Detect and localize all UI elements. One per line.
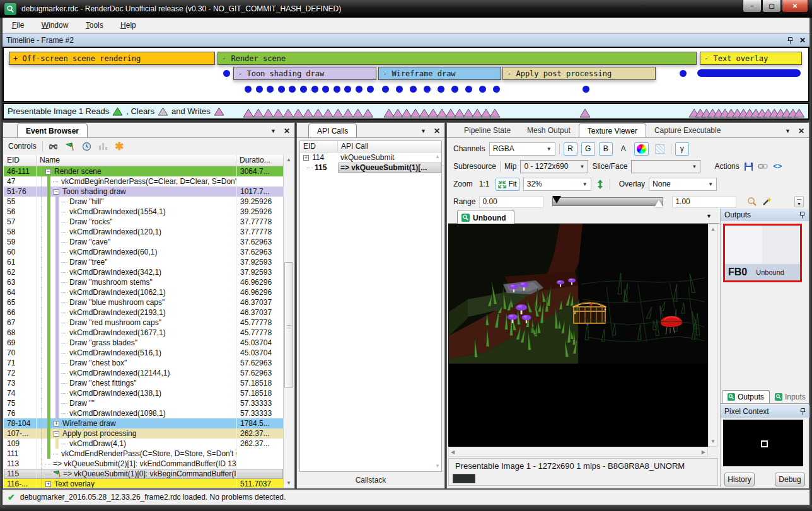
event-dot[interactable] <box>267 86 274 93</box>
tab-mesh-output[interactable]: Mesh Output <box>519 123 579 137</box>
table-row[interactable]: 109vkCmdDraw(4,1)262.37... <box>4 439 283 449</box>
table-row[interactable]: 70vkCmdDrawIndexed(516,1)45.03704 <box>4 348 283 358</box>
zoom-1to1-button[interactable]: 1:1 <box>477 178 492 191</box>
table-row[interactable]: 111vkCmdEndRenderPass(C=Store, D=Store, … <box>4 449 283 459</box>
table-row[interactable]: +114 vkQueueSubmit <box>300 152 441 163</box>
zoom-level-select[interactable]: 32%▼ <box>523 178 591 191</box>
channel-b-toggle[interactable]: B <box>599 142 613 156</box>
scroll-right-icon[interactable]: ▶ <box>702 449 705 455</box>
table-row[interactable]: 75Draw ""57.33333 <box>4 398 283 408</box>
table-row[interactable]: 115=> vkQueueSubmit(1)[0]: vkBeginComman… <box>4 469 283 479</box>
event-dot[interactable] <box>311 86 318 93</box>
timeline-bar-post-processing[interactable]: - Apply post processing <box>502 67 656 80</box>
channel-a-toggle[interactable]: A <box>617 142 630 156</box>
chevron-down-icon[interactable]: ▼ <box>706 213 712 219</box>
pin-icon[interactable] <box>799 212 805 219</box>
tab-event-browser[interactable]: Event Browser <box>17 123 88 137</box>
column-name[interactable]: Name <box>37 155 236 166</box>
pin-icon[interactable] <box>787 37 793 44</box>
event-dot[interactable] <box>245 86 252 93</box>
fb0-thumbnail[interactable]: FB0 Unbound <box>723 224 802 282</box>
table-row[interactable]: 60vkCmdDrawIndexed(60,1)37.62963 <box>4 247 283 257</box>
tab-unbound-texture[interactable]: Unbound <box>457 210 514 224</box>
column-eid[interactable]: EID <box>300 141 338 152</box>
table-row[interactable]: 69Draw "grass blades"45.03704 <box>4 338 283 348</box>
tab-pipeline-state[interactable]: Pipeline State <box>456 123 519 137</box>
table-row[interactable]: 72vkCmdDrawIndexed(12144,1)57.62963 <box>4 368 283 378</box>
overlay-select[interactable]: None▼ <box>649 178 717 191</box>
table-row[interactable]: 57Draw "rocks"37.77778 <box>4 217 283 227</box>
event-dot[interactable] <box>367 86 374 93</box>
mip-select[interactable]: 0 - 1272x690▼ <box>520 160 588 173</box>
range-max-input[interactable]: 1.00 <box>672 196 736 208</box>
minimize-button[interactable]: – <box>743 0 762 13</box>
event-browser-scrollbar[interactable]: ▲ ▼ <box>283 155 294 488</box>
table-row[interactable]: 78-104+Wireframe draw1784.5... <box>4 418 283 428</box>
chevron-down-icon[interactable]: ▼ <box>270 128 276 134</box>
chevron-down-icon[interactable]: ▼ <box>420 128 426 134</box>
stats-icon[interactable] <box>98 141 108 152</box>
tab-inputs[interactable]: Inputs <box>770 390 811 403</box>
pin-icon[interactable] <box>800 408 806 415</box>
channels-select[interactable]: RGBA▼ <box>489 142 555 156</box>
history-button[interactable]: History <box>724 473 755 486</box>
table-row[interactable]: 115 => vkQueueSubmit(1)[... <box>300 163 441 173</box>
menu-tools[interactable]: Tools <box>80 18 109 30</box>
table-row[interactable]: 51-76−Toon shading draw1017.7... <box>4 187 283 197</box>
table-row[interactable]: 64vkCmdDrawIndexed(1062,1)46.96296 <box>4 287 283 297</box>
table-row[interactable]: 74vkCmdDrawIndexed(138,1)57.18518 <box>4 388 283 398</box>
event-dot[interactable] <box>289 86 296 93</box>
menu-file[interactable]: File <box>6 18 30 30</box>
event-dot[interactable] <box>451 86 458 93</box>
flip-vertical-icon[interactable] <box>595 179 606 190</box>
table-row[interactable]: 68vkCmdDrawIndexed(1677,1)45.77778 <box>4 328 283 338</box>
link-icon[interactable] <box>758 161 768 172</box>
options-icon[interactable]: ✱ <box>114 141 125 152</box>
event-dot[interactable] <box>278 86 285 93</box>
event-dot[interactable] <box>382 86 389 93</box>
table-row[interactable]: 61Draw "tree"37.92593 <box>4 257 283 267</box>
event-dot[interactable] <box>396 86 403 93</box>
event-dot[interactable] <box>223 70 230 77</box>
save-icon[interactable] <box>743 161 754 172</box>
timeline-bar-offscreen[interactable]: + Off-screen scene rendering <box>9 52 215 65</box>
viewport-vertical-scrollbar[interactable]: ▲ ▼ <box>708 224 718 447</box>
timeline-event-pill[interactable] <box>697 69 801 77</box>
channel-r-toggle[interactable]: R <box>564 142 577 156</box>
table-row[interactable]: 71Draw "chest box"57.62963 <box>4 358 283 368</box>
event-dot[interactable] <box>680 70 687 77</box>
table-row[interactable]: 67Draw "red mushroom caps"45.77778 <box>4 318 283 328</box>
event-dot[interactable] <box>465 86 472 93</box>
chevron-down-icon[interactable]: ▼ <box>785 128 791 134</box>
table-row[interactable]: 55Draw "hill"39.25926 <box>4 197 283 207</box>
tab-api-calls[interactable]: API Calls <box>308 123 357 137</box>
menu-help[interactable]: Help <box>115 18 142 30</box>
table-row[interactable]: 56vkCmdDrawIndexed(1554,1)39.25926 <box>4 207 283 217</box>
table-row[interactable]: 46-111−Render scene3064.7... <box>4 166 283 176</box>
collapse-icon[interactable]: − <box>45 169 51 175</box>
time-icon[interactable] <box>81 141 92 152</box>
table-row[interactable]: 113=> vkQueueSubmit(2)[1]: vkEndCommandB… <box>4 459 283 469</box>
scrollbar-thumb[interactable] <box>284 262 293 388</box>
table-row[interactable]: 66vkCmdDrawIndexed(2193,1)46.37037 <box>4 307 283 318</box>
table-row[interactable]: 107-...−Apply post processing262.37... <box>4 428 283 439</box>
slice-face-select[interactable]: ▼ <box>631 160 700 173</box>
range-white-handle[interactable] <box>654 200 663 207</box>
scroll-up-icon[interactable]: ▲ <box>709 224 717 232</box>
event-dot[interactable] <box>334 86 340 93</box>
table-row[interactable]: 58vkCmdDrawIndexed(120,1)37.77778 <box>4 227 283 237</box>
table-row[interactable]: 65Draw "blue mushroom caps"46.37037 <box>4 297 283 307</box>
timeline-bar-toon-shading[interactable]: - Toon shading draw <box>233 67 376 80</box>
maximize-button[interactable]: ▢ <box>762 0 781 13</box>
texture-image[interactable] <box>448 224 708 447</box>
pixel-context-view[interactable] <box>723 420 803 466</box>
tab-outputs[interactable]: Outputs <box>722 390 770 403</box>
table-row[interactable]: 73Draw "chest fittings"57.18518 <box>4 378 283 388</box>
event-dot[interactable] <box>479 86 486 93</box>
table-row[interactable]: 47vkCmdBeginRenderPass(C=Clear, D=Clear,… <box>4 176 283 187</box>
scroll-left-icon[interactable]: ◀ <box>451 449 455 455</box>
close-icon[interactable]: ✕ <box>284 127 290 135</box>
event-dot[interactable] <box>356 86 362 93</box>
event-dot[interactable] <box>410 86 417 93</box>
close-icon[interactable]: ✕ <box>799 36 806 45</box>
